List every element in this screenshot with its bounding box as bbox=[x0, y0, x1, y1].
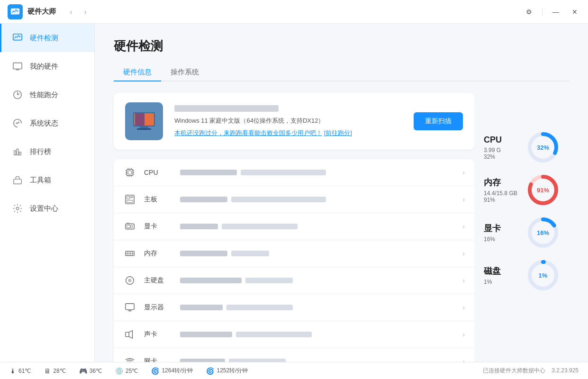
svg-rect-7 bbox=[17, 149, 18, 155]
toolbox-icon bbox=[11, 173, 24, 187]
mem-bar2 bbox=[231, 251, 269, 256]
gpu-temp-icon: 🎮 bbox=[79, 367, 87, 375]
net-bar1 bbox=[180, 359, 225, 362]
device-name-blurred bbox=[174, 105, 279, 112]
sidebar-item-benchmark[interactable]: 性能跑分 bbox=[0, 81, 94, 109]
hw-item-sound[interactable]: 声卡 › bbox=[114, 321, 474, 348]
content-area: 硬件检测 硬件信息 操作系统 bbox=[95, 24, 588, 362]
hw-item-disk[interactable]: 主硬盘 › bbox=[114, 267, 474, 294]
sidebar-item-toolbox[interactable]: 工具箱 bbox=[0, 166, 94, 194]
hw-item-memory[interactable]: 内存 › bbox=[114, 240, 474, 267]
mainboard-icon bbox=[123, 193, 136, 206]
page-title: 硬件检测 bbox=[114, 38, 569, 54]
disk-percent: 1% bbox=[539, 272, 548, 279]
disk-stat-detail1: 1% bbox=[484, 279, 501, 285]
main-layout: 硬件检测 我的硬件 性能跑分 bbox=[0, 24, 588, 362]
network-arrow: › bbox=[462, 358, 465, 362]
nav-forward[interactable]: › bbox=[80, 6, 91, 18]
memory-arrow: › bbox=[462, 250, 465, 257]
hardware-list: CPU › bbox=[114, 159, 474, 362]
connection-text: 已连接硬件大师数据中心 bbox=[483, 367, 545, 374]
sidebar-label-toolbox: 工具箱 bbox=[30, 176, 51, 185]
sidebar-label-system-status: 系统状态 bbox=[30, 119, 58, 128]
gpu-bar2 bbox=[222, 224, 298, 229]
disk-temp-value: 25℃ bbox=[126, 368, 138, 374]
gpu-icon bbox=[123, 220, 136, 233]
cpu-stat-info: CPU 3.99 G 32% bbox=[484, 135, 502, 160]
tab-hardware-info[interactable]: 硬件信息 bbox=[114, 64, 161, 81]
memory-stat-info: 内存 14.4/15.8 GB 91% bbox=[484, 177, 517, 203]
disk-icon bbox=[123, 274, 136, 287]
mon-bar1 bbox=[180, 305, 223, 310]
svg-point-47 bbox=[129, 280, 130, 281]
status-gpu-temp: 🎮 36℃ bbox=[79, 367, 102, 375]
stat-card-cpu: CPU 3.99 G 32% 32% bbox=[484, 131, 560, 164]
mainboard-label: 主板 bbox=[144, 195, 172, 204]
cpu-label: CPU bbox=[144, 169, 172, 176]
memory-stat-detail2: 91% bbox=[484, 197, 517, 203]
app-title: 硬件大师 bbox=[27, 7, 56, 16]
cpu-stat-label: CPU bbox=[484, 135, 502, 145]
benchmark-link[interactable]: [前往跑分] bbox=[324, 129, 352, 136]
svg-point-10 bbox=[16, 207, 19, 210]
svg-rect-16 bbox=[127, 170, 133, 176]
stat-card-gpu: 显卡 16% 16% bbox=[484, 216, 560, 249]
hw-item-cpu[interactable]: CPU › bbox=[114, 159, 474, 186]
sidebar-item-system-status[interactable]: 系统状态 bbox=[0, 109, 94, 137]
right-panel: CPU 3.99 G 32% 32% 内存 bbox=[474, 93, 569, 362]
svg-rect-13 bbox=[135, 113, 145, 126]
sidebar: 硬件检测 我的硬件 性能跑分 bbox=[0, 24, 95, 362]
device-info: Windows 11 家庭中文版（64位操作系统，支持DX12） 本机还没跑过分… bbox=[174, 105, 402, 137]
app-version: 3.2.23.925 bbox=[552, 367, 579, 374]
disk-temp-icon: 💿 bbox=[115, 367, 123, 375]
mb-temp-icon: 🖥 bbox=[44, 367, 51, 375]
sidebar-item-my-hardware[interactable]: 我的硬件 bbox=[0, 52, 94, 81]
close-button[interactable]: ✕ bbox=[569, 6, 580, 18]
disk-bar2 bbox=[245, 278, 293, 283]
sound-arrow: › bbox=[462, 331, 465, 338]
content-left: Windows 11 家庭中文版（64位操作系统，支持DX12） 本机还没跑过分… bbox=[114, 93, 474, 362]
sidebar-item-settings[interactable]: 设置中心 bbox=[0, 194, 94, 223]
gpu-donut: 16% bbox=[526, 216, 560, 249]
rescan-button[interactable]: 重新扫描 bbox=[414, 112, 463, 130]
hw-item-network[interactable]: 网卡 › bbox=[114, 348, 474, 362]
mon-bar2 bbox=[226, 305, 293, 310]
sound-icon bbox=[123, 328, 136, 341]
settings-icon[interactable]: ⚙ bbox=[523, 6, 534, 18]
disk-bar1 bbox=[180, 278, 242, 283]
memory-icon bbox=[123, 247, 136, 260]
disk-arrow: › bbox=[462, 277, 465, 284]
hw-item-gpu[interactable]: 显卡 › bbox=[114, 213, 474, 240]
memory-donut: 91% bbox=[526, 173, 560, 207]
status-cpu-temp: 🌡 61℃ bbox=[9, 367, 31, 375]
hw-item-mainboard[interactable]: 主板 › bbox=[114, 186, 474, 213]
network-label: 网卡 bbox=[144, 357, 172, 362]
sidebar-item-ranking[interactable]: 排行榜 bbox=[0, 137, 94, 166]
tab-os[interactable]: 操作系统 bbox=[161, 64, 208, 81]
memory-stat-detail1: 14.4/15.8 GB bbox=[484, 190, 517, 197]
stat-card-memory: 内存 14.4/15.8 GB 91% 91% bbox=[484, 173, 560, 207]
svg-rect-2 bbox=[13, 63, 22, 69]
snd-bar2 bbox=[236, 332, 312, 337]
titlebar: 硬件大师 ‹ › ⚙ — ✕ bbox=[0, 0, 588, 24]
cpu-temp-value: 61℃ bbox=[18, 368, 31, 374]
memory-stat-label: 内存 bbox=[484, 177, 517, 188]
status-disk-temp: 💿 25℃ bbox=[115, 367, 138, 375]
svg-rect-17 bbox=[128, 171, 131, 174]
hw-item-monitor[interactable]: 显示器 › bbox=[114, 294, 474, 321]
memory-value bbox=[180, 251, 455, 256]
disk-value bbox=[180, 278, 455, 283]
minimize-button[interactable]: — bbox=[550, 6, 561, 18]
svg-rect-15 bbox=[137, 128, 151, 130]
cpu-bar1 bbox=[180, 170, 237, 175]
memory-label: 内存 bbox=[144, 249, 172, 258]
svg-point-36 bbox=[130, 226, 133, 228]
sidebar-label-hardware-check: 硬件检测 bbox=[30, 34, 58, 43]
sidebar-item-hardware-check[interactable]: 硬件检测 bbox=[0, 24, 94, 52]
network-value bbox=[180, 359, 455, 362]
mainboard-value bbox=[180, 197, 455, 202]
nav-back[interactable]: ‹ bbox=[65, 6, 77, 18]
statusbar-connection: 已连接硬件大师数据中心 3.2.23.925 bbox=[483, 367, 579, 375]
svg-rect-6 bbox=[14, 151, 16, 155]
gpu-temp-value: 36℃ bbox=[90, 368, 102, 374]
